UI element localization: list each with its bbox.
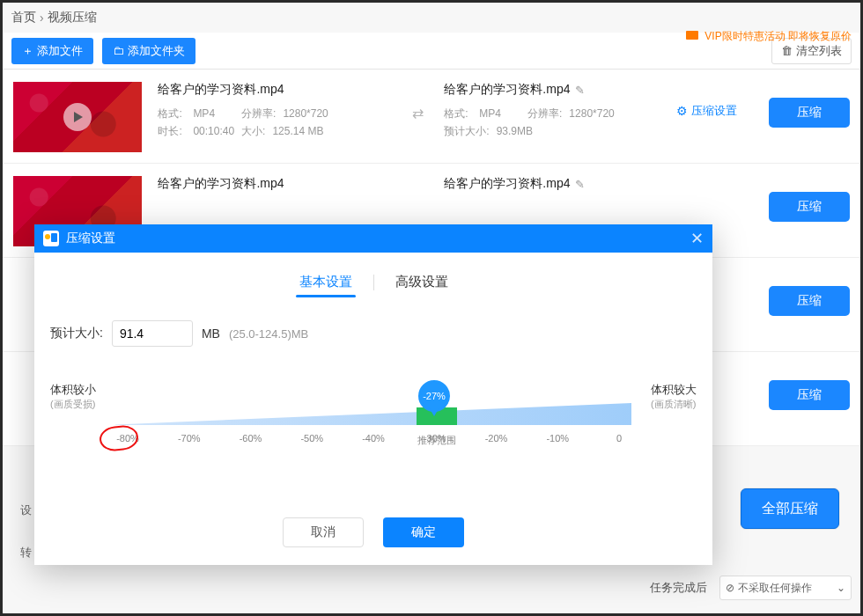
dest-filename: 给客户的学习资料.mp4 [444,82,570,98]
dialog-footer: 取消 确定 [34,517,712,547]
vip-banner[interactable]: VIP限时特惠活动 即将恢复原价 [686,29,852,44]
add-file-button[interactable]: ＋ 添加文件 [11,38,93,64]
slider-marker[interactable]: -27% [418,380,450,412]
annotation-circle [99,424,140,452]
swap-icon[interactable]: ⇄ [409,82,429,121]
clear-label: 清空列表 [796,43,842,59]
trash-icon: 🗑 [781,44,793,57]
after-task-label: 任务完成后 [650,580,707,596]
source-filename: 给客户的学习资料.mp4 [158,176,392,192]
app-logo-icon [43,231,59,246]
plus-icon: ＋ [22,43,33,59]
after-task-select[interactable]: ⊘ 不采取任何操作 ⌄ [719,576,852,600]
ok-button[interactable]: 确定 [383,517,464,547]
compress-all-button[interactable]: 全部压缩 [741,488,839,529]
tab-advanced[interactable]: 高级设置 [381,268,462,296]
compress-button[interactable]: 压缩 [769,286,850,316]
tab-basic[interactable]: 基本设置 [285,268,366,296]
dest-filename: 给客户的学习资料.mp4 [444,176,570,192]
breadcrumb-home[interactable]: 首页 [11,10,36,26]
dialog-title: 压缩设置 [66,231,115,246]
ban-icon: ⊘ [726,582,734,594]
dest-column: 给客户的学习资料.mp4 ✎ 格式:MP4 分辨率:1280*720 预计大小:… [444,82,645,140]
slider-track[interactable]: 推荐范围 -27% [115,403,631,425]
compress-button[interactable]: 压缩 [769,98,850,128]
est-size-range: (25.0-124.5)MB [229,327,308,341]
source-filename: 给客户的学习资料.mp4 [158,82,392,98]
add-file-label: 添加文件 [37,43,83,59]
slider-ramp [115,403,631,425]
compress-button[interactable]: 压缩 [769,192,850,222]
slider-left-label: 体积较小 (画质受损) [50,382,96,411]
est-size-unit: MB [202,326,220,341]
close-icon[interactable]: ✕ [690,229,704,248]
footer-bar: 任务完成后 ⊘ 不采取任何操作 ⌄ [11,569,852,606]
dialog-tabs: 基本设置 高级设置 [34,268,712,296]
list-item: 给客户的学习资料.mp4 格式:MP4 分辨率:1280*720 时长:00:1… [3,70,860,164]
slider-ticks: -80% -70% -60% -50% -40% -30% -20% -10% … [115,433,631,444]
compress-settings-dialog: 压缩设置 ✕ 基本设置 高级设置 预计大小: MB (25.0-124.5)MB… [34,224,712,565]
folder-icon: 🗀 [113,44,124,57]
vip-icon [686,31,698,40]
est-size-label: 预计大小: [50,326,103,341]
dialog-header: 压缩设置 ✕ [34,224,712,253]
vip-text: VIP限时特惠活动 即将恢复原价 [704,30,852,42]
chevron-down-icon: ⌄ [837,582,845,594]
est-size-input[interactable] [112,320,193,347]
add-folder-label: 添加文件夹 [128,43,185,59]
edit-icon[interactable]: ✎ [575,178,585,191]
breadcrumb-sep: › [40,11,44,25]
slider-right-label: 体积较大 (画质清晰) [651,382,697,411]
est-size-row: 预计大小: MB (25.0-124.5)MB [50,320,712,347]
settings-stub: 设 转 [20,502,32,561]
breadcrumb-current: 视频压缩 [48,10,97,26]
cancel-button[interactable]: 取消 [283,517,364,547]
video-thumbnail[interactable] [13,82,142,152]
gear-icon: ⚙ [676,104,688,118]
compress-settings-link[interactable]: ⚙ 压缩设置 [676,103,737,119]
breadcrumb: 首页 › 视频压缩 [3,3,860,33]
compress-button[interactable]: 压缩 [769,380,850,410]
edit-icon[interactable]: ✎ [575,84,585,97]
add-folder-button[interactable]: 🗀 添加文件夹 [102,38,195,64]
source-column: 给客户的学习资料.mp4 格式:MP4 分辨率:1280*720 时长:00:1… [158,82,392,140]
play-icon [63,103,92,131]
compression-slider[interactable]: 体积较小 (画质受损) 体积较大 (画质清晰) 推荐范围 -27% -80% -… [50,382,697,470]
app-window: 首页 › 视频压缩 VIP限时特惠活动 即将恢复原价 ＋ 添加文件 🗀 添加文件… [3,3,860,613]
